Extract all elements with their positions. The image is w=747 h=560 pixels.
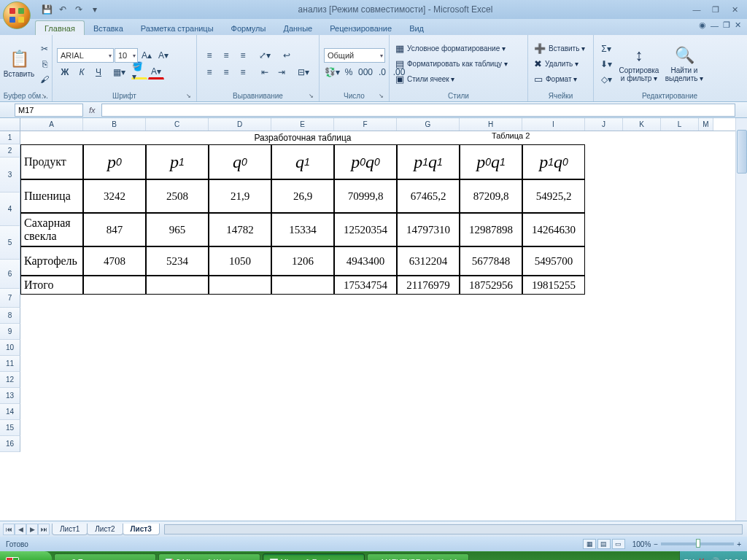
page-break-view-button[interactable]: ▭ [612,539,625,549]
cell-styles-button[interactable]: ▣Стили ячеек ▾ [394,72,523,87]
row-header-7[interactable]: 7 [0,289,20,308]
zoom-level[interactable]: 100% [632,540,651,548]
row-header-3[interactable]: 3 [0,158,20,192]
comma-icon[interactable]: 000 [357,65,374,79]
grow-font-icon[interactable]: A▴ [139,48,155,63]
row-header-15[interactable]: 15 [0,420,20,436]
insert-cells-button[interactable]: ➕Вставить ▾ [533,42,589,56]
sheet-nav-first[interactable]: ⏮ [3,524,15,535]
font-color-icon[interactable]: A▾ [148,65,164,79]
find-select-button[interactable]: 🔍Найти и выделить ▾ [662,36,706,91]
taskbar-button[interactable]: 📊Microsoft Excel - ана... [263,553,365,560]
row-header-11[interactable]: 11 [0,356,20,372]
zoom-out-button[interactable]: − [654,540,658,548]
col-header-C[interactable]: C [146,118,209,131]
align-right-icon[interactable]: ≡ [235,65,251,79]
normal-view-button[interactable]: ▦ [583,539,596,549]
zoom-in-button[interactable]: + [737,540,741,548]
tab-view[interactable]: Вид [400,21,433,35]
copy-icon[interactable]: ⎘ [36,57,53,71]
align-left-icon[interactable]: ≡ [201,65,217,79]
row-header-13[interactable]: 13 [0,388,20,404]
col-header-M[interactable]: M [699,118,713,131]
save-icon[interactable]: 💾 [39,2,54,17]
delete-cells-button[interactable]: ✖Удалить ▾ [533,57,589,71]
row-header-16[interactable]: 16 [0,436,20,452]
number-launcher[interactable]: ↘ [377,93,384,100]
qat-more-icon[interactable]: ▾ [88,2,102,17]
horizontal-scrollbar[interactable] [164,524,743,534]
font-launcher[interactable]: ↘ [185,93,192,100]
ribbon-close-icon[interactable]: ✕ [735,20,741,30]
tab-data[interactable]: Данные [274,21,321,35]
page-layout-view-button[interactable]: ▤ [597,539,611,549]
tab-home[interactable]: Главная [35,20,85,35]
number-format-combo[interactable]: Общий [324,48,385,63]
start-button[interactable]: пуск [0,551,52,560]
sheet-tab[interactable]: Лист2 [87,524,123,535]
taskbar-button[interactable]: 📁3 Проводник [54,553,156,560]
paste-button[interactable]: 📋Вставить [3,36,35,91]
align-top-icon[interactable]: ≡ [201,48,217,63]
row-header-8[interactable]: 8 [0,308,20,324]
fill-color-icon[interactable]: 🪣▾ [131,65,147,79]
vertical-scrollbar[interactable] [735,118,747,521]
sort-filter-button[interactable]: ↕Сортировка и фильтр ▾ [617,36,661,91]
row-header-4[interactable]: 4 [0,192,20,226]
font-size-combo[interactable]: 10 [115,48,138,63]
underline-button[interactable]: Ч [90,65,107,79]
undo-icon[interactable]: ↶ [55,2,70,17]
sheet-tab[interactable]: Лист1 [52,524,88,535]
col-header-E[interactable]: E [271,118,334,131]
sheet-tab[interactable]: Лист3 [123,524,160,535]
wrap-text-icon[interactable]: ↩ [279,48,295,63]
sheet-nav-last[interactable]: ⏭ [38,524,50,535]
taskbar-button[interactable]: ∑MATHTYPE - Untitled 1 [367,553,469,560]
ribbon-min-icon[interactable]: — [711,21,719,30]
office-button[interactable] [3,1,31,29]
zoom-slider[interactable] [661,542,734,545]
shrink-font-icon[interactable]: A▾ [155,48,171,63]
col-header-B[interactable]: B [83,118,146,131]
sheet-nav-next[interactable]: ▶ [26,524,38,535]
tab-formulas[interactable]: Формулы [222,21,275,35]
clear-icon[interactable]: ◇▾ [598,72,614,87]
tray-volume-icon[interactable]: 🔊 [709,557,720,560]
tab-insert[interactable]: Вставка [85,21,132,35]
col-header-D[interactable]: D [209,118,271,131]
conditional-formatting-button[interactable]: ▦Условное форматирование ▾ [394,42,523,56]
row-header-1[interactable]: 1 [0,131,20,144]
col-header-G[interactable]: G [397,118,460,131]
autosum-icon[interactable]: Σ▾ [598,42,614,56]
select-all-button[interactable] [0,118,20,131]
row-header-10[interactable]: 10 [0,340,20,356]
tray-kaspersky-icon[interactable]: K [699,557,705,560]
ribbon-restore-icon[interactable]: ❐ [723,20,730,30]
currency-icon[interactable]: 💱▾ [324,65,340,79]
align-middle-icon[interactable]: ≡ [218,48,234,63]
percent-icon[interactable]: % [341,65,357,79]
taskbar-button[interactable]: 📝2 Microsoft Word [158,553,260,560]
col-header-A[interactable]: A [20,118,83,131]
sheet-nav-prev[interactable]: ◀ [15,524,26,535]
row-header-14[interactable]: 14 [0,404,20,420]
format-painter-icon[interactable]: 🖌 [36,72,53,87]
col-header-H[interactable]: H [460,118,522,131]
col-header-L[interactable]: L [661,118,699,131]
orientation-icon[interactable]: ⤢▾ [257,48,273,63]
help-icon[interactable]: ◉ [699,20,706,30]
col-header-K[interactable]: K [623,118,661,131]
font-name-combo[interactable]: ARIAL [57,48,114,63]
row-header-2[interactable]: 2 [0,144,20,158]
maximize-button[interactable]: ❐ [708,4,724,15]
col-header-F[interactable]: F [334,118,397,131]
increase-decimal-icon[interactable]: .0 [374,65,390,79]
format-as-table-button[interactable]: ▤Форматировать как таблицу ▾ [394,57,523,71]
col-header-I[interactable]: I [522,118,585,131]
name-box[interactable]: M17 [15,104,83,117]
tab-review[interactable]: Рецензирование [321,21,400,35]
merge-center-icon[interactable]: ⊟▾ [295,65,311,79]
clipboard-launcher[interactable]: ↘ [40,93,47,100]
row-header-6[interactable]: 6 [0,260,20,289]
decrease-indent-icon[interactable]: ⇤ [257,65,273,79]
